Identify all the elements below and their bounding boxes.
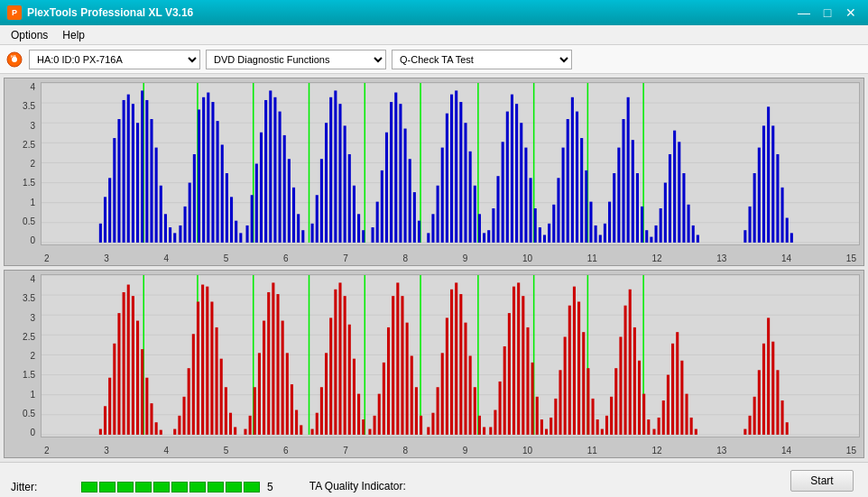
svg-rect-60 xyxy=(279,112,282,243)
svg-rect-141 xyxy=(669,154,671,243)
svg-rect-115 xyxy=(548,224,550,243)
svg-rect-234 xyxy=(383,363,385,435)
svg-rect-268 xyxy=(545,429,548,435)
svg-rect-197 xyxy=(197,301,199,434)
svg-rect-297 xyxy=(680,361,683,435)
svg-rect-49 xyxy=(226,173,228,243)
svg-rect-122 xyxy=(580,138,583,243)
test-selector[interactable]: Q-Check TA Test xyxy=(392,50,572,69)
title-bar: P PlexTools Professional XL V3.16 — □ ✕ xyxy=(0,0,868,25)
toolbar: HA HA:0 ID:0 PX-716A DVD Diagnostic Func… xyxy=(0,45,868,74)
svg-rect-32 xyxy=(145,100,148,243)
svg-rect-289 xyxy=(642,394,645,435)
svg-rect-131 xyxy=(622,119,624,243)
svg-rect-78 xyxy=(371,227,374,243)
svg-rect-94 xyxy=(450,95,453,243)
svg-rect-186 xyxy=(136,321,139,435)
svg-rect-97 xyxy=(464,123,466,243)
svg-rect-256 xyxy=(489,427,492,434)
svg-rect-240 xyxy=(411,356,413,435)
svg-rect-252 xyxy=(469,356,472,435)
svg-rect-273 xyxy=(568,306,571,435)
svg-rect-233 xyxy=(378,394,381,435)
svg-rect-59 xyxy=(273,97,276,243)
svg-rect-220 xyxy=(316,413,319,435)
svg-rect-212 xyxy=(272,282,274,434)
svg-rect-142 xyxy=(673,131,676,243)
svg-rect-194 xyxy=(182,397,185,435)
jitter-bar xyxy=(81,482,260,492)
menu-help[interactable]: Help xyxy=(55,27,92,43)
start-button[interactable]: Start xyxy=(790,470,854,492)
svg-rect-95 xyxy=(455,90,457,242)
svg-rect-223 xyxy=(329,318,332,435)
svg-rect-257 xyxy=(494,410,496,435)
svg-rect-92 xyxy=(441,148,444,243)
jitter-seg-6 xyxy=(171,482,188,492)
svg-rect-238 xyxy=(401,296,403,435)
svg-rect-34 xyxy=(155,148,158,243)
svg-rect-306 xyxy=(767,318,770,435)
svg-rect-183 xyxy=(123,292,125,435)
svg-rect-132 xyxy=(627,97,630,243)
svg-rect-290 xyxy=(647,419,650,435)
top-chart-svg xyxy=(42,83,859,244)
svg-rect-102 xyxy=(487,230,490,243)
svg-rect-151 xyxy=(758,148,761,243)
svg-rect-294 xyxy=(667,375,669,435)
svg-rect-188 xyxy=(145,378,148,435)
drive-selector[interactable]: HA:0 ID:0 PX-716A xyxy=(29,50,200,69)
svg-rect-84 xyxy=(399,104,402,243)
svg-rect-250 xyxy=(459,294,462,435)
function-selector[interactable]: DVD Diagnostic Functions xyxy=(206,50,386,69)
svg-rect-123 xyxy=(585,170,587,243)
svg-rect-145 xyxy=(688,205,690,243)
menu-options[interactable]: Options xyxy=(4,27,55,43)
svg-rect-90 xyxy=(431,214,434,243)
svg-rect-135 xyxy=(641,207,643,243)
svg-rect-25 xyxy=(113,138,115,243)
svg-rect-276 xyxy=(582,332,585,435)
svg-rect-112 xyxy=(534,208,537,243)
svg-rect-114 xyxy=(543,235,546,242)
jitter-seg-7 xyxy=(189,482,206,492)
svg-rect-24 xyxy=(108,178,111,243)
svg-rect-93 xyxy=(446,114,448,243)
svg-rect-68 xyxy=(320,159,323,243)
jitter-seg-2 xyxy=(99,482,115,492)
svg-rect-218 xyxy=(300,425,302,435)
svg-rect-144 xyxy=(682,173,685,243)
svg-rect-87 xyxy=(413,192,416,243)
svg-rect-195 xyxy=(188,368,190,435)
svg-rect-98 xyxy=(469,152,472,243)
svg-rect-139 xyxy=(660,208,662,243)
svg-rect-185 xyxy=(132,296,134,435)
svg-rect-180 xyxy=(108,378,111,435)
svg-rect-217 xyxy=(295,410,298,435)
svg-rect-270 xyxy=(554,399,557,435)
jitter-seg-5 xyxy=(153,482,170,492)
minimize-button[interactable]: — xyxy=(794,5,814,21)
maximize-button[interactable]: □ xyxy=(817,5,837,21)
svg-rect-283 xyxy=(614,368,617,435)
svg-rect-210 xyxy=(263,321,265,435)
svg-rect-99 xyxy=(474,186,476,243)
bottom-chart: 4 3.5 3 2.5 2 1.5 1 0.5 0 xyxy=(4,270,864,458)
svg-rect-158 xyxy=(790,233,793,243)
svg-rect-307 xyxy=(771,342,774,435)
close-button[interactable]: ✕ xyxy=(841,5,861,21)
svg-rect-29 xyxy=(132,104,134,243)
svg-rect-219 xyxy=(311,429,314,435)
svg-rect-74 xyxy=(348,154,351,243)
svg-rect-153 xyxy=(767,106,770,243)
svg-rect-40 xyxy=(184,207,187,243)
svg-rect-140 xyxy=(664,183,667,243)
svg-rect-57 xyxy=(264,100,267,243)
svg-rect-100 xyxy=(478,214,481,243)
svg-rect-39 xyxy=(179,225,181,243)
svg-rect-243 xyxy=(427,427,429,434)
svg-rect-125 xyxy=(595,225,597,243)
svg-rect-253 xyxy=(474,387,476,435)
svg-rect-179 xyxy=(104,406,106,435)
bottom-chart-svg xyxy=(42,275,859,437)
